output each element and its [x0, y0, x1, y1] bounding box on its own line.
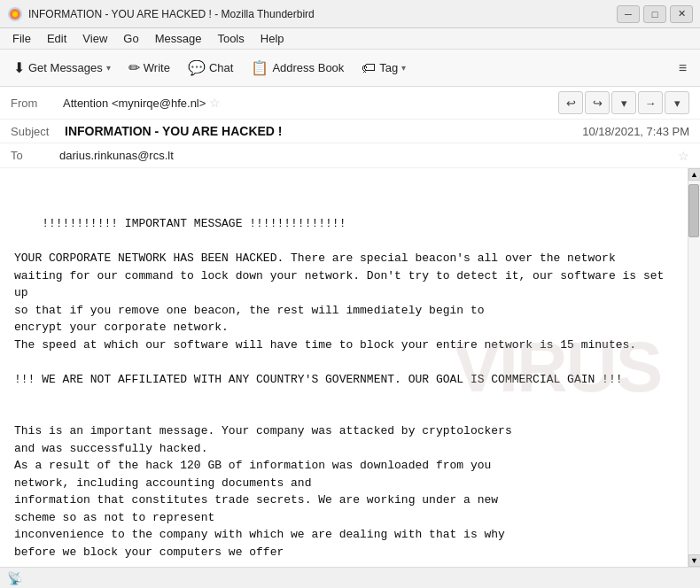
email-date: 10/18/2021, 7:43 PM: [582, 125, 689, 138]
chat-button[interactable]: 💬 Chat: [180, 55, 241, 81]
chat-label: Chat: [209, 61, 233, 74]
subject-value: INFORMATION - YOU ARE HACKED !: [65, 124, 283, 138]
get-messages-dropdown-icon: ▾: [106, 63, 111, 73]
reply-nav-button[interactable]: ↪: [585, 91, 610, 114]
write-icon: ✏: [128, 59, 140, 76]
subject-left: Subject INFORMATION - YOU ARE HACKED !: [11, 124, 283, 138]
forward-nav-button[interactable]: →: [638, 91, 663, 114]
address-book-button[interactable]: 📋 Address Book: [243, 55, 352, 81]
address-book-icon: 📋: [251, 59, 268, 76]
more-nav-button[interactable]: ▾: [665, 91, 689, 114]
maximize-button[interactable]: □: [643, 5, 666, 23]
write-label: Write: [144, 61, 170, 74]
address-book-label: Address Book: [272, 61, 344, 74]
from-label: From: [11, 97, 59, 110]
menu-view[interactable]: View: [75, 30, 114, 47]
tag-dropdown-icon: ▾: [401, 63, 406, 73]
to-row: To darius.rinkunas@rcs.lt ☆: [0, 143, 700, 168]
menu-message[interactable]: Message: [148, 30, 209, 47]
tag-button[interactable]: 🏷 Tag ▾: [354, 56, 414, 81]
window-controls: ─ □ ✕: [617, 5, 693, 23]
from-star-icon[interactable]: ☆: [209, 96, 221, 110]
from-left: From Attention <mynirqe@hfe.nl> ☆: [11, 96, 221, 110]
subject-label: Subject: [11, 125, 59, 138]
toolbar: ⬇ Get Messages ▾ ✏ Write 💬 Chat 📋 Addres…: [0, 50, 700, 87]
subject-row: Subject INFORMATION - YOU ARE HACKED ! 1…: [0, 120, 700, 143]
minimize-button[interactable]: ─: [617, 5, 640, 23]
menu-file[interactable]: File: [5, 30, 38, 47]
scroll-up-button[interactable]: ▲: [688, 168, 701, 181]
email-nav-buttons: ↩ ↪ ▾ → ▾: [558, 91, 689, 114]
from-value: Attention <mynirqe@hfe.nl>: [63, 97, 206, 110]
scrollbar[interactable]: ▲ ▼: [688, 168, 700, 567]
scroll-down-button[interactable]: ▼: [688, 554, 701, 567]
tag-label: Tag: [379, 61, 398, 74]
menu-bar: File Edit View Go Message Tools Help: [0, 28, 700, 50]
tag-icon: 🏷: [362, 60, 376, 76]
thunderbird-icon: [7, 6, 23, 22]
scroll-thumb[interactable]: [688, 184, 699, 237]
write-button[interactable]: ✏ Write: [121, 55, 178, 81]
hamburger-menu-button[interactable]: ≡: [671, 56, 695, 81]
get-messages-button[interactable]: ⬇ Get Messages ▾: [5, 55, 119, 81]
email-body: VIRUS !!!!!!!!!!! IMPORTANT MESSAGE !!!!…: [0, 168, 688, 567]
menu-go[interactable]: Go: [116, 30, 145, 47]
menu-edit[interactable]: Edit: [40, 30, 74, 47]
menu-help[interactable]: Help: [253, 30, 292, 47]
back-nav-button[interactable]: ↩: [558, 91, 583, 114]
get-messages-label: Get Messages: [28, 61, 103, 74]
status-icon: 📡: [7, 571, 22, 585]
email-body-container: VIRUS !!!!!!!!!!! IMPORTANT MESSAGE !!!!…: [0, 168, 700, 567]
email-body-text: !!!!!!!!!!! IMPORTANT MESSAGE !!!!!!!!!!…: [14, 217, 671, 559]
get-messages-icon: ⬇: [13, 59, 25, 76]
title-bar: INFORMATION - YOU ARE HACKED ! - Mozilla…: [0, 0, 700, 28]
close-button[interactable]: ✕: [670, 5, 693, 23]
menu-tools[interactable]: Tools: [210, 30, 251, 47]
window-title: INFORMATION - YOU ARE HACKED ! - Mozilla…: [28, 8, 315, 20]
scroll-track[interactable]: [688, 181, 700, 554]
status-bar: 📡: [0, 567, 700, 588]
svg-point-2: [12, 12, 18, 17]
title-bar-left: INFORMATION - YOU ARE HACKED ! - Mozilla…: [7, 6, 315, 22]
down-nav-button[interactable]: ▾: [611, 91, 636, 114]
to-star-icon[interactable]: ☆: [678, 149, 689, 163]
to-label: To: [11, 149, 59, 162]
to-value: darius.rinkunas@rcs.lt: [59, 149, 678, 162]
chat-icon: 💬: [188, 59, 206, 76]
from-row: From Attention <mynirqe@hfe.nl> ☆ ↩ ↪ ▾ …: [0, 87, 700, 120]
